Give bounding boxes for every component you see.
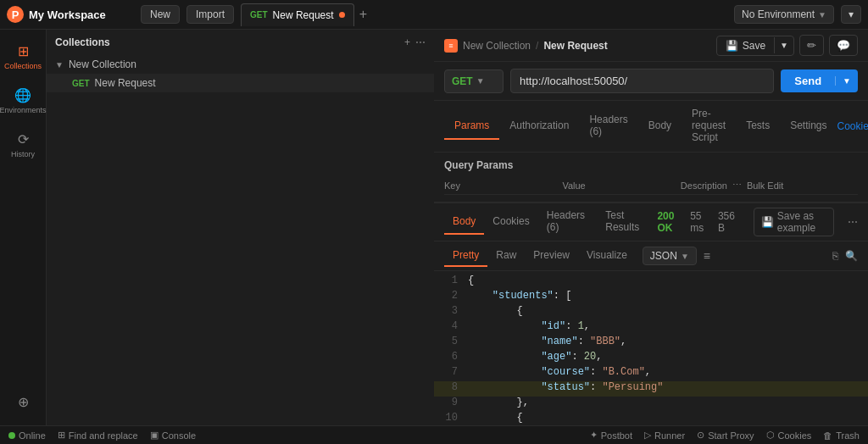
response-status: 200 OK 55 ms 356 B 💾 Save as example ⋯ (657, 208, 858, 236)
url-input[interactable] (510, 69, 774, 93)
console-item[interactable]: ▣ Console (150, 430, 196, 441)
tab-pre-request[interactable]: Pre-request Script (682, 101, 736, 152)
save-button[interactable]: 💾 Save ▼ (716, 36, 794, 56)
line-content: }, (468, 397, 868, 412)
line-number: 9 (434, 397, 468, 412)
code-view: 1{2 "students": [3 {4 "id": 1,5 "name": … (434, 271, 868, 425)
response-more-icon[interactable]: ⋯ (848, 216, 858, 228)
tab-method: GET (250, 10, 268, 19)
code-line: 1{ (434, 275, 868, 290)
add-collection-icon[interactable]: + (404, 36, 410, 48)
cookies-link[interactable]: Cookies (837, 120, 868, 132)
breadcrumb: ≡ New Collection / New Request (444, 39, 608, 53)
tab-settings[interactable]: Settings (780, 113, 837, 140)
tab-headers[interactable]: Headers (6) (579, 107, 637, 146)
body-tab-preview[interactable]: Preview (525, 245, 578, 267)
save-icon: 💾 (761, 216, 774, 228)
request-method: GET (72, 79, 90, 88)
chevron-down-icon: ▼ (818, 10, 826, 19)
env-selector[interactable]: No Environment ▼ (734, 5, 834, 24)
breadcrumb-collection: New Collection (463, 40, 531, 52)
method-label: GET (452, 75, 473, 87)
response-size: 356 B (718, 210, 737, 234)
app-title: My Workspace (29, 8, 106, 21)
more-icon[interactable]: ⋯ (415, 36, 426, 48)
line-number: 2 (434, 290, 468, 305)
new-button[interactable]: New (141, 5, 180, 24)
start-proxy-item[interactable]: ⊙ Start Proxy (697, 430, 754, 441)
body-tab-raw[interactable]: Raw (487, 245, 525, 267)
request-item[interactable]: GET New Request (47, 74, 434, 92)
content-header: ≡ New Collection / New Request 💾 Save ▼ … (434, 30, 868, 62)
sidebar-item-collections[interactable]: ⊞ Collections (4, 36, 42, 77)
tab-body[interactable]: Body (638, 113, 682, 140)
postbot-item[interactable]: ✦ Postbot (590, 430, 632, 441)
sidebar-header: Collections + ⋯ (47, 30, 434, 55)
sidebar-item-environments[interactable]: 🌐 Environments (4, 80, 42, 121)
body-tab-visualize[interactable]: Visualize (578, 245, 636, 267)
tab-name: New Request (273, 9, 334, 21)
save-icon: 💾 (726, 40, 738, 52)
tab-tests[interactable]: Tests (736, 113, 780, 140)
save-button-label: 💾 Save (717, 36, 774, 55)
line-content: "age": 20, (468, 351, 868, 366)
trash-item[interactable]: 🗑 Trash (823, 430, 860, 441)
method-selector[interactable]: GET ▼ (444, 69, 504, 93)
send-button-label: Send (781, 75, 835, 87)
runner-icon: ▷ (644, 430, 651, 441)
resp-tab-body[interactable]: Body (444, 209, 484, 235)
bulk-edit-link[interactable]: Bulk Edit (747, 180, 783, 191)
request-name: New Request (95, 77, 156, 89)
tab-authorization[interactable]: Authorization (499, 113, 579, 140)
filter-icon[interactable]: ≡ (704, 249, 710, 263)
save-example-button[interactable]: 💾 Save as example (754, 208, 834, 236)
workspace-selector[interactable]: ▾ (841, 5, 861, 24)
collection-item[interactable]: ▼ New Collection (47, 55, 434, 74)
params-title: Query Params (444, 159, 858, 171)
body-icons: ⎘ 🔍 (832, 250, 858, 262)
sidebar-header-icons: + ⋯ (404, 36, 426, 48)
edit-icon-button[interactable]: ✏ (799, 35, 824, 56)
import-button[interactable]: Import (186, 5, 234, 24)
resp-tab-headers[interactable]: Headers (6) (538, 203, 598, 241)
find-replace-item[interactable]: ⊞ Find and replace (58, 430, 138, 441)
line-content: { (468, 305, 868, 320)
send-button[interactable]: Send ▼ (781, 69, 858, 92)
code-line: 5 "name": "BBB", (434, 336, 868, 351)
response-time: 55 ms (690, 210, 709, 234)
sidebar-nav: ⊞ Collections 🌐 Environments ⟳ History ⊕ (0, 30, 47, 425)
cookies-icon: ⬡ (766, 430, 775, 441)
runner-item[interactable]: ▷ Runner (644, 430, 685, 441)
sidebar-item-history[interactable]: ⟳ History (4, 125, 42, 165)
params-key-col: Key (444, 180, 562, 191)
online-dot-icon (8, 432, 15, 439)
comment-icon-button[interactable]: 💬 (829, 35, 858, 56)
dots-icon: ⋯ (732, 180, 742, 191)
online-status[interactable]: Online (8, 430, 46, 441)
tab-params[interactable]: Params (444, 113, 499, 140)
body-tab-pretty[interactable]: Pretty (444, 245, 487, 267)
line-number: 5 (434, 336, 468, 351)
resp-tab-cookies[interactable]: Cookies (484, 209, 537, 235)
breadcrumb-separator: / (536, 40, 538, 52)
runner-label: Runner (654, 430, 685, 441)
breadcrumb-icon: ≡ (444, 39, 458, 53)
app-logo: P My Workspace (7, 6, 134, 23)
cookies-item[interactable]: ⬡ Cookies (766, 430, 812, 441)
send-dropdown-arrow-icon[interactable]: ▼ (835, 76, 858, 86)
find-replace-label: Find and replace (69, 430, 138, 441)
request-tab[interactable]: GET New Request (241, 3, 354, 26)
line-content: "name": "BBB", (468, 336, 868, 351)
new-tab-button[interactable]: + (356, 7, 370, 22)
sidebar-item-flows[interactable]: ⊕ (4, 387, 42, 417)
online-label: Online (19, 430, 46, 441)
postbot-icon: ✦ (590, 430, 598, 441)
top-right: No Environment ▼ ▾ (734, 5, 861, 24)
search-icon[interactable]: 🔍 (845, 250, 858, 262)
format-selector[interactable]: JSON ▼ (643, 247, 697, 265)
save-dropdown-arrow-icon[interactable]: ▼ (774, 37, 793, 53)
copy-icon[interactable]: ⎘ (832, 250, 838, 262)
logo-icon: P (7, 6, 24, 23)
code-line: 10 { (434, 412, 868, 425)
resp-tab-test-results[interactable]: Test Results (597, 203, 657, 241)
